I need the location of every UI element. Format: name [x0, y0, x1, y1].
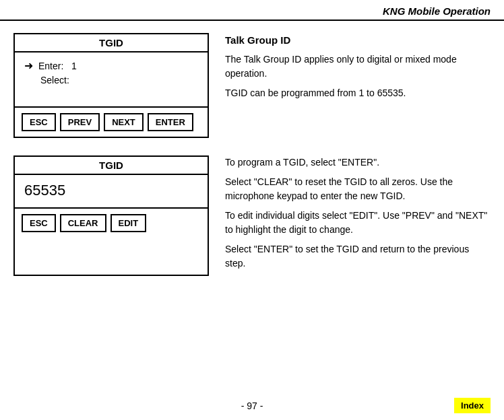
main-content: TGID ➜ Enter: 1 Select: ESC PREV NEXT EN…	[0, 21, 504, 295]
description-2: To program a TGID, select "ENTER". Selec…	[225, 155, 491, 276]
enter-button-1[interactable]: ENTER	[148, 113, 193, 131]
page-footer: - 97 - Index	[0, 398, 504, 413]
desc-para-2-2: To edit individual digits select "EDIT".…	[225, 209, 491, 237]
device-mockup-2: TGID 65535 ESC CLEAR EDIT	[13, 155, 209, 276]
edit-button-2[interactable]: EDIT	[111, 214, 147, 232]
esc-button-1[interactable]: ESC	[22, 113, 56, 131]
section-1: TGID ➜ Enter: 1 Select: ESC PREV NEXT EN…	[13, 33, 491, 138]
desc-title-1: Talk Group ID	[225, 33, 491, 48]
section-2: TGID 65535 ESC CLEAR EDIT To program a T…	[13, 155, 491, 276]
device-mockup-1: TGID ➜ Enter: 1 Select: ESC PREV NEXT EN…	[13, 33, 209, 138]
desc-para-1-0: The Talk Group ID applies only to digita…	[225, 53, 491, 81]
esc-button-2[interactable]: ESC	[22, 214, 56, 232]
index-button[interactable]: Index	[454, 398, 491, 413]
device-buttons-1: ESC PREV NEXT ENTER	[15, 106, 208, 137]
arrow-icon: ➜	[24, 59, 33, 72]
device-title-1: TGID	[15, 34, 208, 53]
prev-button-1[interactable]: PREV	[60, 113, 100, 131]
device-enter-row: ➜ Enter: 1	[24, 59, 198, 72]
device-buttons-2: ESC CLEAR EDIT	[15, 207, 208, 238]
next-button-1[interactable]: NEXT	[104, 113, 144, 131]
device-title-2: TGID	[15, 157, 208, 175]
device-body-1: ➜ Enter: 1 Select:	[15, 53, 208, 106]
enter-label: Enter:	[38, 61, 63, 71]
desc-para-2-3: Select "ENTER" to set the TGID and retur…	[225, 242, 491, 271]
enter-value: 1	[71, 61, 77, 71]
desc-para-2-1: Select "CLEAR" to reset the TGID to all …	[225, 175, 491, 203]
page-number: - 97 -	[172, 400, 332, 411]
description-1: Talk Group ID The Talk Group ID applies …	[225, 33, 491, 138]
device-value-2: 65535	[15, 175, 208, 207]
desc-para-1-1: TGID can be programmed from 1 to 65535.	[225, 86, 491, 100]
device-select-row: Select:	[24, 75, 198, 85]
desc-para-2-0: To program a TGID, select "ENTER".	[225, 155, 491, 170]
page-header: KNG Mobile Operation	[0, 0, 504, 21]
clear-button-2[interactable]: CLEAR	[60, 214, 106, 232]
select-label: Select:	[40, 75, 69, 85]
